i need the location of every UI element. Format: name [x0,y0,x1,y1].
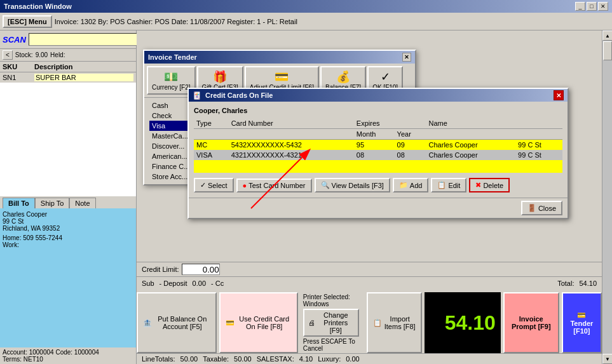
nav-prev-btn[interactable]: < [3,50,13,60]
total-label: Total: [557,280,574,287]
scan-label: SCAN [3,35,26,44]
col-sku-header: SKU [3,63,34,71]
scroll-track [602,41,612,354]
line-totals-bar: LineTotals: 50.00 Taxable: 50.00 SALESTA… [137,353,602,364]
tab-note[interactable]: Note [69,198,95,208]
stock-value: 9.00 [36,51,48,58]
printer-icon: 🖨 [308,319,315,327]
cc-delete-btn[interactable]: ✖ Delete [469,178,510,192]
account-number: Account: 1000004 Code: 1000004 [3,349,133,356]
deposit-value: 0.00 [193,280,206,287]
cc-view-details-btn[interactable]: 🔍 View Details [F3] [315,178,390,192]
main-body: SCAN < Stock: 9.00 Held: SKU Description… [0,30,612,364]
scan-bar: SCAN [0,30,136,49]
held-label: Held: [50,51,65,58]
cc-close-btn[interactable]: 🚪 Close [521,201,562,215]
col-desc-header: Description [34,63,133,71]
change-printers-button[interactable]: 🖨 Change Printers [F9] [303,309,359,337]
col-addr-header [515,118,562,129]
payment-visa[interactable]: Visa [149,121,192,131]
cc-name-1: Charles Cooper [426,140,516,151]
cc-dialog-title-bar: 🃏 Credit Cards On File ✕ [189,89,568,102]
cc-type-1: MC [194,140,229,151]
cc-year-2: 08 [395,150,426,160]
left-panel: SCAN < Stock: 9.00 Held: SKU Description… [0,30,137,364]
right-scrollbar: ▲ ▼ [602,30,612,364]
edit-label: Edit [448,182,460,189]
cc-dialog-close-btn[interactable]: ✕ [554,90,564,100]
view-details-icon: 🔍 [321,181,330,189]
main-toolbar: [ESC] Menu Invoice: 1302 By: POS Cashier… [0,13,612,30]
payment-mastercard[interactable]: MasterCa... [149,131,192,141]
cc-name-2: Charles Cooper [426,150,516,160]
currency-label: Currency [F2] [152,84,191,91]
col-card-number-header: Card Number [229,118,354,129]
payment-discover[interactable]: Discover... [149,141,192,151]
desc-cell: SUPER BAR [34,74,133,81]
tender-button[interactable]: 💳 Tender [F10] [562,292,602,353]
balance-on-account-button[interactable]: 🏦 Put Balance On Account [F5] [137,292,217,353]
tab-ship-to[interactable]: Ship To [35,198,70,208]
invoice-tender-close-btn[interactable]: ✕ [402,53,411,62]
test-card-dot-icon: ● [243,182,247,189]
invoice-prompt-button[interactable]: Invoice Prompt [F9] [503,292,559,353]
payment-finance[interactable]: Finance C... [149,161,192,172]
cc-type-2: VISA [194,150,229,160]
scroll-up-btn[interactable]: ▲ [602,30,612,41]
add-icon: 📁 [399,181,408,189]
cc-month-1: 95 [354,140,395,151]
payment-check[interactable]: Check [149,111,192,121]
account-info: Account: 1000004 Code: 1000004 Terms: NE… [0,347,136,364]
total-amount: 54.10 [445,311,496,335]
customer-info: Charles Cooper 99 C St Richland, WA 9935… [0,208,136,348]
close-icon: 🚪 [527,204,536,212]
salestax-value: 4.10 [299,355,313,363]
cc-edit-btn[interactable]: 📋 Edit [431,178,466,192]
payment-cash[interactable]: Cash [149,100,192,111]
salestax-label: SALESTAX: [257,355,294,363]
select-check-icon: ✓ [200,181,206,189]
delete-icon: ✖ [475,181,481,189]
maximize-btn[interactable]: □ [587,2,597,11]
close-btn[interactable]: ✕ [598,2,608,11]
main-window: Transaction Window _ □ ✕ [ESC] Menu Invo… [0,0,612,364]
invoice-prompt-label: Invoice Prompt [F9] [510,315,553,330]
action-buttons-row: 🏦 Put Balance On Account [F5] 💳 Use Cred… [137,292,602,353]
title-bar-controls: _ □ ✕ [575,2,608,11]
cc-test-card-btn[interactable]: ● Test Card Number [236,179,312,192]
cc-number-2: 4321XXXXXXXX-4321 [229,150,354,160]
tab-bill-to[interactable]: Bill To [3,198,35,208]
cc-select-btn[interactable]: ✓ Select [194,178,234,192]
customer-address: 99 C St [3,218,133,225]
esc-menu-button[interactable]: [ESC] Menu [3,15,52,28]
line-totals-label: LineTotals: [142,355,175,363]
customer-tab-bar: Bill To Ship To Note [0,196,136,208]
cc-dialog-buttons: ✓ Select ● Test Card Number 🔍 View Detai… [194,178,562,192]
cc-card-row-2[interactable]: VISA 4321XXXXXXXX-4321 08 08 Charles Coo… [194,150,562,160]
cc-card-row-1[interactable]: MC 5432XXXXXXXX-5432 95 09 Charles Coope… [194,140,562,151]
stock-label: Stock: [15,51,33,58]
credit-card-icon: 💳 [226,319,235,327]
scan-input[interactable] [29,33,137,46]
scroll-down-btn[interactable]: ▼ [602,354,612,364]
minimize-btn[interactable]: _ [575,2,585,11]
table-row[interactable]: SN1 SUPER BAR [0,72,136,83]
cc-dialog-body: Cooper, Charles Type Card Number Expires… [189,102,568,198]
cc-year-1: 09 [395,140,426,151]
cc-addr-1: 99 C St [515,140,562,151]
credit-card-label: Use Credit Card On File [F8] [237,315,292,330]
cc-addr-2: 99 C St [515,150,562,160]
import-items-button[interactable]: 📋 Import Items [F8] [367,292,422,353]
balance-label: Put Balance On Account [F5] [154,315,210,330]
cc-customer-name: Cooper, Charles [194,107,562,114]
credit-limit-input[interactable] [182,264,220,275]
deposit-label: - Deposit [160,280,187,287]
use-credit-card-button[interactable]: 💳 Use Credit Card On File [F8] [219,292,298,353]
customer-name: Charles Cooper [3,211,133,218]
right-panel: ▲ ▼ Credit Limit: Sub - Deposit 0.00 [137,30,612,364]
col-year-header: Year [395,129,426,140]
payment-american[interactable]: American... [149,151,192,161]
col-expires-header: Expires [354,118,426,129]
cc-add-btn[interactable]: 📁 Add [393,178,429,192]
payment-store-acc[interactable]: Store Acc... [149,172,192,182]
